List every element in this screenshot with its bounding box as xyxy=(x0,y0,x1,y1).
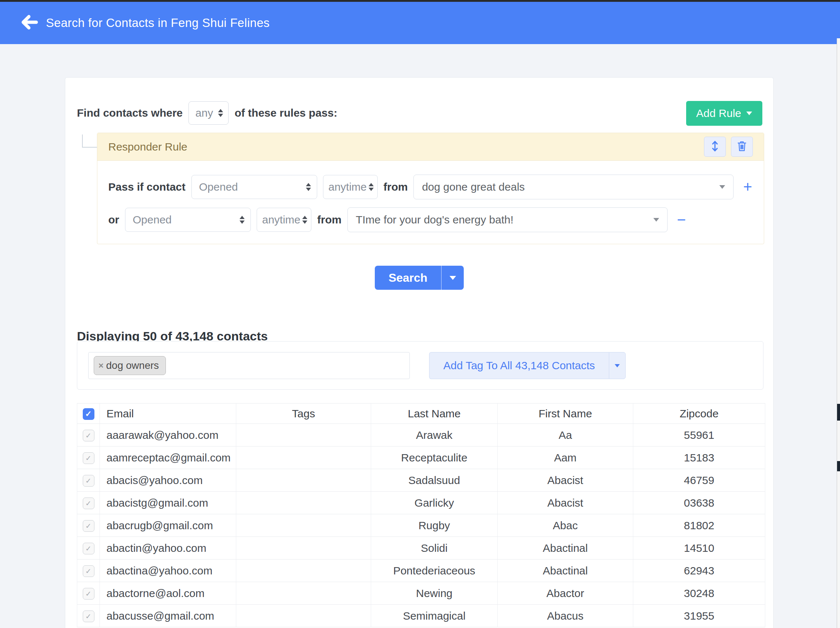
table-row: ✓abactorne@aol.comNewingAbactor30248 xyxy=(77,582,765,605)
search-button[interactable]: Search xyxy=(375,266,442,290)
delete-rule-button[interactable] xyxy=(731,137,753,157)
column-header-last-name[interactable]: Last Name xyxy=(371,404,497,424)
cell-email: abacistg@gmail.com xyxy=(100,492,236,514)
table-row: ✓abacusse@gmail.comSemimagicalAbacus3195… xyxy=(77,605,765,627)
select-updown-icon xyxy=(240,216,245,224)
cell-last-name: Garlicky xyxy=(371,492,497,514)
cell-last-name: Receptaculite xyxy=(371,447,497,469)
rule-condition-row: or Opened anytime from TIme for your dog… xyxy=(108,207,753,232)
cell-first-name: Aa xyxy=(497,424,633,447)
tag-input[interactable]: × dog owners xyxy=(88,352,410,379)
cell-tags xyxy=(236,537,371,560)
rule-connector-line xyxy=(82,134,97,148)
app-header: Search for Contacts in Feng Shui Felines xyxy=(0,2,840,44)
cell-first-name: Abactinal xyxy=(497,560,633,582)
cell-zipcode: 46759 xyxy=(633,469,765,492)
back-button[interactable] xyxy=(19,13,39,33)
add-condition-button[interactable]: + xyxy=(743,179,752,195)
message-select[interactable]: dog gone great deals xyxy=(414,175,734,199)
cell-first-name: Abactinal xyxy=(497,537,633,560)
cell-email: abacis@yahoo.com xyxy=(100,469,236,492)
column-header-zipcode[interactable]: Zipcode xyxy=(633,404,765,424)
add-rule-button[interactable]: Add Rule xyxy=(686,101,763,126)
cell-first-name: Abacist xyxy=(497,492,633,514)
move-rule-button[interactable] xyxy=(704,137,726,157)
row-checkbox[interactable]: ✓ xyxy=(83,543,95,554)
cell-zipcode: 31955 xyxy=(633,605,765,627)
match-rule-row: Find contacts where any of these rules p… xyxy=(77,101,337,125)
cell-last-name: Pontederiaceous xyxy=(371,560,497,582)
table-row: ✓abactin@yahoo.comSolidiAbactinal14510 xyxy=(77,537,765,560)
cell-tags xyxy=(236,560,371,582)
table-header-row: ✓ Email Tags Last Name First Name Zipcod… xyxy=(77,404,765,424)
cell-first-name: Abacist xyxy=(497,469,633,492)
cell-first-name: Aam xyxy=(497,447,633,469)
remove-condition-button[interactable]: − xyxy=(677,212,686,227)
cell-last-name: Arawak xyxy=(371,424,497,447)
row-checkbox[interactable]: ✓ xyxy=(83,497,95,509)
tag-actions-panel: × dog owners Add Tag To All 43,148 Conta… xyxy=(77,341,763,390)
from-label: from xyxy=(384,181,408,193)
tag-chip-label: dog owners xyxy=(106,360,159,371)
table-row: ✓aamreceptac@gmail.comReceptaculiteAam15… xyxy=(77,447,765,469)
cell-email: abactina@yahoo.com xyxy=(100,560,236,582)
remove-tag-icon[interactable]: × xyxy=(98,360,104,371)
cell-tags xyxy=(236,447,371,469)
select-all-checkbox[interactable]: ✓ xyxy=(83,408,95,420)
tag-chip: × dog owners xyxy=(94,356,166,375)
row-checkbox[interactable]: ✓ xyxy=(83,452,95,464)
search-button-group: Search xyxy=(65,266,773,290)
table-row: ✓abacrugb@gmail.comRugbyAbac81802 xyxy=(77,514,765,537)
add-tag-button[interactable]: Add Tag To All 43,148 Contacts xyxy=(429,352,609,379)
table-row: ✓abacistg@gmail.comGarlickyAbacist03638 xyxy=(77,492,765,514)
search-contacts-card: Find contacts where any of these rules p… xyxy=(65,77,774,628)
column-header-email[interactable]: Email xyxy=(100,404,236,424)
select-updown-icon xyxy=(218,109,223,117)
row-checkbox[interactable]: ✓ xyxy=(83,588,95,600)
cell-zipcode: 81802 xyxy=(633,514,765,537)
match-type-value: any xyxy=(196,107,213,119)
add-tag-options-button[interactable] xyxy=(609,352,625,379)
table-row: ✓abactina@yahoo.comPontederiaceousAbacti… xyxy=(77,560,765,582)
action-select[interactable]: Opened xyxy=(191,175,317,199)
column-header-tags[interactable]: Tags xyxy=(236,404,371,424)
timeframe-select[interactable]: anytime xyxy=(257,208,311,232)
row-checkbox[interactable]: ✓ xyxy=(83,565,95,577)
select-updown-icon xyxy=(369,183,374,191)
column-header-first-name[interactable]: First Name xyxy=(497,404,633,424)
responder-rule-header: Responder Rule xyxy=(97,133,764,161)
cell-email: abacrugb@gmail.com xyxy=(100,514,236,537)
table-row: ✓abacis@yahoo.comSadalsuudAbacist46759 xyxy=(77,469,765,492)
cell-tags xyxy=(236,469,371,492)
match-type-select[interactable]: any xyxy=(188,101,229,125)
match-suffix-label: of these rules pass: xyxy=(234,107,337,119)
cell-last-name: Rugby xyxy=(371,514,497,537)
chevron-down-icon xyxy=(653,218,659,222)
cell-tags xyxy=(236,424,371,447)
page-title: Search for Contacts in Feng Shui Felines xyxy=(46,16,270,30)
action-select[interactable]: Opened xyxy=(125,208,251,232)
message-select[interactable]: TIme for your dog's energy bath! xyxy=(347,207,668,232)
row-checkbox[interactable]: ✓ xyxy=(83,430,95,442)
cell-first-name: Abactor xyxy=(497,582,633,605)
page-scrollbar[interactable] xyxy=(837,38,840,628)
row-checkbox[interactable]: ✓ xyxy=(83,611,95,622)
cell-last-name: Semimagical xyxy=(371,605,497,627)
chevron-down-icon xyxy=(615,364,620,368)
trash-icon xyxy=(736,140,747,153)
timeframe-select[interactable]: anytime xyxy=(323,175,378,199)
responder-rule-card: Responder Rule Pass if con xyxy=(97,133,764,244)
search-options-button[interactable] xyxy=(441,266,464,290)
cell-email: aaarawak@yahoo.com xyxy=(100,424,236,447)
row-checkbox[interactable]: ✓ xyxy=(83,475,95,487)
arrow-left-icon xyxy=(20,13,39,33)
contacts-tbody: ✓aaarawak@yahoo.comArawakAa55961✓aamrece… xyxy=(77,424,765,627)
cell-tags xyxy=(236,582,371,605)
rule-condition-row: Pass if contact Opened anytime from dog … xyxy=(108,175,753,199)
cell-zipcode: 14510 xyxy=(633,537,765,560)
row-checkbox[interactable]: ✓ xyxy=(83,520,95,532)
scrollbar-marker xyxy=(837,461,840,471)
move-vertical-icon xyxy=(709,140,720,154)
cell-tags xyxy=(236,605,371,627)
rule-title: Responder Rule xyxy=(108,141,187,153)
